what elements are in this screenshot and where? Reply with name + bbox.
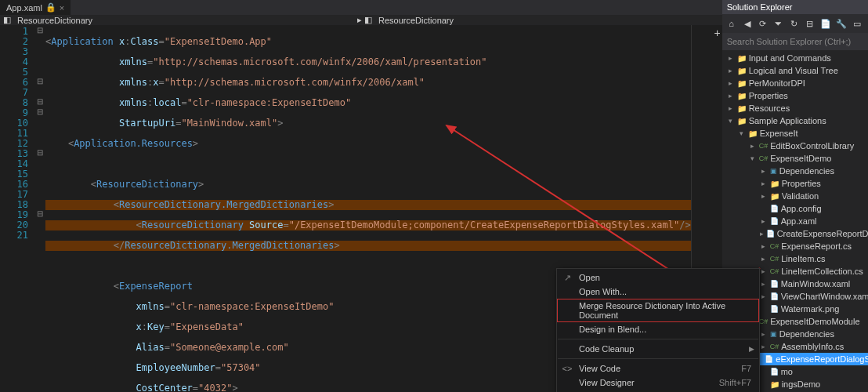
tree-label: Validation xyxy=(782,191,819,201)
expander-icon[interactable]: ▾ xyxy=(749,154,757,162)
tree-label: eExpenseReportDialogStyles.xaml xyxy=(776,354,868,364)
expander-icon[interactable]: ▾ xyxy=(738,129,746,137)
tree-label: Dependencies xyxy=(779,329,834,339)
tree-item[interactable]: ▸📁Properties xyxy=(722,89,868,102)
sync-icon[interactable]: ⟳ xyxy=(757,17,769,30)
breadcrumb-item[interactable]: ResourceDictionary xyxy=(378,16,454,25)
expander-icon[interactable]: ▸ xyxy=(760,242,768,250)
menu-item[interactable]: Design in Blend... xyxy=(557,322,759,336)
folder-icon: 📁 xyxy=(737,117,747,125)
document-tab-bar: App.xaml 🔒 × xyxy=(0,0,722,15)
expander-icon[interactable]: ▸ xyxy=(760,230,764,238)
tree-label: ExpenseItDemoModule xyxy=(770,317,859,326)
filter-icon[interactable]: ⏷ xyxy=(772,17,785,30)
expander-icon[interactable]: ▸ xyxy=(760,180,768,187)
expander-icon[interactable]: ▸ xyxy=(727,92,735,100)
tree-item[interactable]: ▸📁Validation xyxy=(722,190,868,202)
tree-item[interactable]: ▸C#ExpenseReport.cs xyxy=(722,240,868,252)
tree-item[interactable]: ▸📁Resources xyxy=(722,102,868,114)
menu-label: Merge Resource Dictionary Into Active Do… xyxy=(579,301,736,320)
menu-icon: ↗ xyxy=(562,273,573,283)
file-icon: 📄 xyxy=(770,292,779,300)
folder-icon: 📁 xyxy=(737,104,747,113)
tree-label: PerMonitorDPI xyxy=(749,78,805,88)
line-gutter: 123456789101112131415161718192021 xyxy=(0,25,34,392)
collapse-icon[interactable]: ⊟ xyxy=(804,17,816,30)
menu-item[interactable]: Code Cleanup▶ xyxy=(557,342,759,356)
file-icon: 📄 xyxy=(770,305,779,313)
cs-icon: C# xyxy=(770,267,779,275)
tree-label: ViewChartWindow.xaml xyxy=(781,292,868,301)
expander-icon[interactable]: ▾ xyxy=(727,117,735,125)
refresh-icon[interactable]: ↻ xyxy=(788,17,801,30)
expander-icon[interactable]: ▸ xyxy=(727,104,735,112)
menu-item[interactable]: Merge Resource Dictionary Into Active Do… xyxy=(557,299,759,322)
tree-item[interactable]: ▸📁Logical and Visual Tree xyxy=(722,64,868,77)
menu-item[interactable]: ↗Open xyxy=(557,270,759,285)
lock-icon: 🔒 xyxy=(45,2,56,13)
tree-item[interactable]: ▾C#ExpenseItDemo xyxy=(722,152,868,165)
menu-label: Open With... xyxy=(579,287,627,296)
home-icon[interactable]: ⌂ xyxy=(725,17,738,30)
menu-item[interactable]: Open With... xyxy=(557,285,759,299)
ref-icon: ▣ xyxy=(770,167,777,175)
tree-label: EditBoxControlLibrary xyxy=(770,141,854,151)
menu-label: Design in Blend... xyxy=(579,325,646,334)
menu-item[interactable]: View DesignerShift+F7 xyxy=(557,376,759,390)
expander-icon[interactable]: ▸ xyxy=(760,167,768,175)
preview-icon[interactable]: ▭ xyxy=(851,17,863,30)
search-placeholder: Search Solution Explorer (Ctrl+;) xyxy=(727,37,852,46)
tree-item[interactable]: ▸C#EditBoxControlLibrary xyxy=(722,140,868,152)
tree-item[interactable]: ▸📁Input and Commands xyxy=(722,52,868,64)
ref-icon: ▣ xyxy=(770,330,777,338)
tree-item[interactable]: ▸C#LineItem.cs xyxy=(722,252,868,265)
show-all-icon[interactable]: 📄 xyxy=(819,17,832,30)
add-icon[interactable]: + xyxy=(714,27,720,39)
tab-label: App.xaml xyxy=(6,3,42,13)
tree-item[interactable]: ▸📄CreateExpenseReportDialogBox.xaml xyxy=(722,227,868,240)
menu-shortcut: F7 xyxy=(741,364,751,373)
expander-icon[interactable]: ▸ xyxy=(727,79,735,87)
folder-icon: 📁 xyxy=(770,192,779,201)
tree-label: AssemblyInfo.cs xyxy=(781,342,844,351)
tree-item[interactable]: ▸📁PerMonitorDPI xyxy=(722,77,868,89)
expander-icon[interactable]: ▸ xyxy=(760,267,768,275)
menu-item[interactable]: <>View CodeF7 xyxy=(557,361,759,376)
expander-icon[interactable]: ▸ xyxy=(760,217,768,225)
tree-label: Dependencies xyxy=(779,166,834,176)
tree-label: CreateExpenseReportDialogBox.xaml xyxy=(777,229,868,238)
tree-item[interactable]: 📄App.config xyxy=(722,202,868,215)
expander-icon[interactable]: ▸ xyxy=(760,280,768,288)
tree-item[interactable]: ▸▣Dependencies xyxy=(722,165,868,177)
document-tab[interactable]: App.xaml 🔒 × xyxy=(0,0,71,15)
expander-icon[interactable]: ▸ xyxy=(760,192,768,200)
breadcrumb-item[interactable]: ResourceDictionary xyxy=(17,16,92,25)
file-icon: 📄 xyxy=(770,280,779,288)
cs-icon: C# xyxy=(770,242,779,250)
expander-icon[interactable]: ▸ xyxy=(727,54,735,62)
expander-icon[interactable]: ▸ xyxy=(760,330,768,338)
back-icon[interactable]: ◀ xyxy=(741,17,754,30)
tree-item[interactable]: ▾📁ExpenseIt xyxy=(722,127,868,140)
panel-title-bar[interactable]: Solution Explorer ▾ 📌 × xyxy=(722,0,868,14)
properties-icon[interactable]: 🔧 xyxy=(835,17,848,30)
file-icon: 📄 xyxy=(770,368,779,376)
close-icon[interactable]: × xyxy=(60,3,64,13)
cs-icon: C# xyxy=(759,142,769,150)
search-input[interactable]: Search Solution Explorer (Ctrl+;) 🔍▾ xyxy=(722,33,868,50)
expander-icon[interactable]: ▸ xyxy=(760,343,768,350)
expander-icon[interactable]: ▸ xyxy=(727,67,735,74)
fold-gutter: ⊟⊟⊟⊟⊟⊟ xyxy=(34,25,45,392)
tree-label: Input and Commands xyxy=(749,53,831,63)
folder-icon: 📁 xyxy=(748,129,758,138)
menu-icon: <> xyxy=(562,364,573,373)
folder-icon: 📁 xyxy=(737,92,747,100)
expander-icon[interactable]: ▸ xyxy=(760,292,768,300)
expander-icon[interactable]: ▸ xyxy=(749,142,757,150)
expander-icon[interactable]: ▸ xyxy=(760,255,768,263)
breadcrumb: ◧ ResourceDictionary ▸ ◧ ResourceDiction… xyxy=(0,15,722,25)
folder-icon: 📁 xyxy=(737,67,747,75)
tree-item[interactable]: ▸📄App.xaml xyxy=(722,215,868,227)
tree-item[interactable]: ▾📁Sample Applications xyxy=(722,114,868,127)
tree-item[interactable]: ▸📁Properties xyxy=(722,177,868,190)
